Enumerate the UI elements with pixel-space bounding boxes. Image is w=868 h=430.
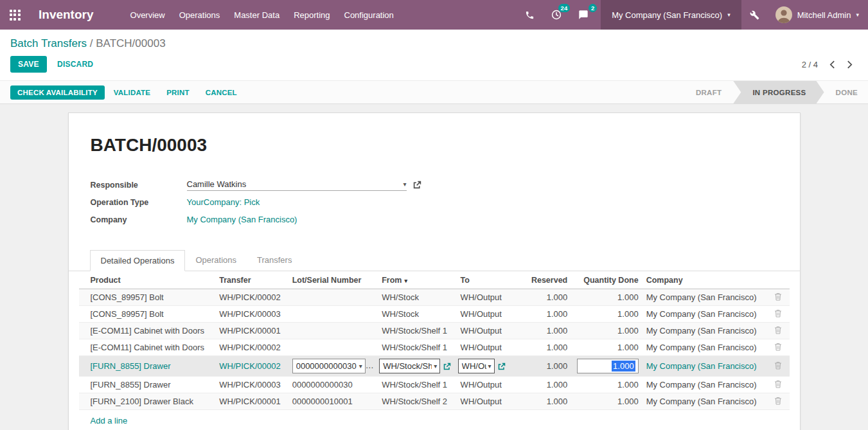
activities-clock-icon[interactable]: 24 (543, 0, 570, 30)
status-done[interactable]: DONE (826, 81, 868, 103)
pager-previous-icon[interactable] (824, 58, 840, 71)
delete-row-icon[interactable] (774, 380, 782, 388)
external-link-icon[interactable] (413, 181, 421, 189)
table-row[interactable]: [FURN_2100] Drawer Black WH/PICK/00001 0… (79, 393, 790, 410)
menu-master-data[interactable]: Master Data (227, 6, 287, 24)
lot-serial-input[interactable] (296, 361, 357, 371)
menu-overview[interactable]: Overview (123, 6, 172, 24)
cell-to: WH/Output (457, 306, 522, 323)
col-header-product[interactable]: Product (79, 271, 216, 289)
app-menu: Overview Operations Master Data Reportin… (123, 6, 401, 24)
col-header-company[interactable]: Company (642, 271, 768, 289)
print-button[interactable]: PRINT (159, 85, 197, 100)
cell-company: My Company (San Francisco) (642, 339, 768, 356)
status-draft[interactable]: DRAFT (686, 81, 732, 103)
chevron-down-icon[interactable]: ▾ (359, 363, 362, 370)
field-label-responsible: Responsible (91, 181, 187, 190)
cell-lot (288, 323, 378, 339)
user-menu[interactable]: Mitchell Admin ▾ (768, 0, 868, 30)
col-header-lot[interactable]: Lot/Serial Number (288, 271, 378, 289)
operation-type-link[interactable]: YourCompany: Pick (187, 197, 260, 207)
cell-transfer: WH/PICK/00003 (215, 377, 288, 393)
table-row[interactable]: [FURN_8855] Drawer WH/PICK/00003 0000000… (79, 377, 790, 393)
table-row[interactable]: [E-COM11] Cabinet with Doors WH/PICK/000… (79, 339, 790, 356)
menu-reporting[interactable]: Reporting (287, 6, 337, 24)
company-switcher-label: My Company (San Francisco) (612, 10, 722, 20)
responsible-field[interactable]: Camille Watkins ▾ (187, 179, 407, 191)
cell-transfer[interactable]: WH/PICK/00002 (215, 356, 288, 377)
check-availability-button[interactable]: CHECK AVAILABILITY (10, 85, 105, 100)
apps-grid-icon (10, 10, 21, 21)
delete-row-icon[interactable] (774, 343, 782, 351)
cell-done: 1.000 (571, 323, 642, 339)
cell-product: [CONS_89957] Bolt (79, 306, 216, 323)
col-header-reserved[interactable]: Reserved (522, 271, 571, 289)
chevron-down-icon[interactable]: ▾ (434, 363, 437, 370)
external-link-icon[interactable] (443, 363, 451, 370)
cell-done: 1.000 (571, 377, 642, 393)
cell-reserved: 1.000 (522, 339, 571, 356)
cell-from: WH/Stock/Shelf 1 (378, 323, 456, 339)
table-row-editing[interactable]: [FURN_8855] Drawer WH/PICK/00002 ▾ ▾ ▾ 1… (79, 356, 790, 377)
cell-done: 1.000 (571, 339, 642, 356)
tab-detailed-operations[interactable]: Detailed Operations (90, 250, 186, 271)
external-link-icon[interactable] (498, 363, 506, 370)
cell-company: My Company (San Francisco) (642, 323, 768, 339)
cell-product: [FURN_2100] Drawer Black (79, 393, 216, 410)
cell-company: My Company (San Francisco) (642, 393, 768, 410)
delete-row-icon[interactable] (774, 361, 782, 370)
col-header-to[interactable]: To (457, 271, 522, 289)
table-row[interactable]: [CONS_89957] Bolt WH/PICK/00003 WH/Stock… (79, 306, 790, 323)
delete-row-icon[interactable] (774, 326, 782, 334)
cell-lot: 0000000000030 (288, 377, 378, 393)
col-header-from[interactable]: From▾ (378, 271, 456, 289)
record-title: BATCH/00003 (91, 135, 800, 156)
cell-product[interactable]: [FURN_8855] Drawer (79, 356, 216, 377)
cell-company[interactable]: My Company (San Francisco) (642, 356, 768, 377)
cell-to: WH/Output (457, 323, 522, 339)
field-label-operation-type: Operation Type (91, 198, 187, 207)
delete-row-icon[interactable] (774, 292, 782, 301)
chevron-down-icon[interactable]: ▾ (488, 363, 492, 370)
validate-button[interactable]: VALIDATE (107, 85, 157, 100)
quantity-done-input[interactable]: 1.000 (577, 359, 639, 373)
table-row[interactable]: [CONS_89957] Bolt WH/PICK/00002 WH/Stock… (79, 289, 790, 306)
phone-icon[interactable] (517, 0, 543, 30)
cell-done: 1.000 (571, 393, 642, 410)
add-line-link[interactable]: Add a line (91, 416, 128, 426)
col-header-done[interactable]: Quantity Done (571, 271, 642, 289)
discard-button[interactable]: DISCARD (49, 56, 101, 73)
company-link[interactable]: My Company (San Francisco) (187, 215, 297, 224)
app-name[interactable]: Inventory (39, 8, 94, 22)
table-row[interactable]: [E-COM11] Cabinet with Doors WH/PICK/000… (79, 323, 790, 339)
cell-reserved: 1.000 (522, 356, 571, 377)
chevron-down-icon[interactable]: ▾ (403, 181, 406, 188)
save-button[interactable]: SAVE (10, 56, 47, 73)
breadcrumb-batch-transfers[interactable]: Batch Transfers (10, 37, 87, 49)
cell-product: [FURN_8855] Drawer (79, 377, 216, 393)
tab-transfers[interactable]: Transfers (247, 250, 302, 271)
status-in-progress[interactable]: IN PROGRESS (733, 81, 824, 103)
delete-row-icon[interactable] (774, 397, 782, 405)
cell-product: [E-COM11] Cabinet with Doors (79, 323, 216, 339)
col-header-transfer[interactable]: Transfer (215, 271, 288, 289)
pager-next-icon[interactable] (842, 58, 858, 71)
tab-operations[interactable]: Operations (185, 250, 247, 271)
messages-icon[interactable]: 2 (570, 0, 597, 30)
delete-row-icon[interactable] (774, 309, 782, 318)
cell-transfer: WH/PICK/00003 (215, 306, 288, 323)
page-background: BATCH/00003 Responsible Camille Watkins … (0, 104, 868, 430)
cell-lot (288, 339, 378, 356)
apps-menu-button[interactable] (0, 0, 30, 30)
menu-configuration[interactable]: Configuration (337, 6, 401, 24)
menu-operations[interactable]: Operations (172, 6, 227, 24)
to-location-input[interactable] (462, 361, 486, 371)
cell-reserved: 1.000 (522, 289, 571, 306)
cell-done: 1.000 (571, 306, 642, 323)
developer-wrench-icon[interactable] (741, 0, 768, 30)
breadcrumb-current: BATCH/00003 (96, 37, 165, 49)
cancel-button[interactable]: CANCEL (199, 85, 244, 100)
from-location-input[interactable] (383, 361, 432, 371)
sort-indicator-icon: ▾ (404, 278, 407, 284)
company-switcher[interactable]: My Company (San Francisco) ▾ (601, 0, 741, 30)
